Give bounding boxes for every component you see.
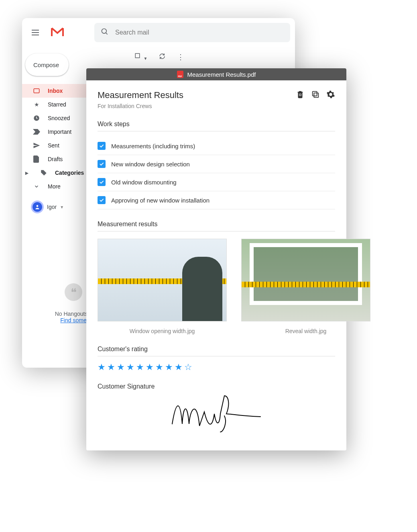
star-filled-icon: ★ [146,362,154,372]
hangouts-icon: ❝ [65,283,82,301]
svg-point-4 [37,205,39,207]
checkbox-checked-icon[interactable] [98,196,106,204]
checkbox-checked-icon[interactable] [98,142,106,150]
star-filled-icon: ★ [155,362,163,372]
result-image[interactable] [241,239,370,321]
result-caption: Reveal width.jpg [241,328,370,334]
hamburger-icon[interactable] [32,28,41,37]
sent-icon [33,141,41,149]
tag-icon [40,169,48,177]
work-steps-heading: Work steps [98,121,335,131]
select-all-checkbox[interactable]: ▼ [134,53,147,61]
pdf-filename: Measurement Results.pdf [187,71,256,78]
svg-rect-2 [34,89,39,93]
sidebar-item-label: Inbox [48,88,63,94]
hangouts-link[interactable]: Find some [60,317,86,323]
star-filled-icon: ★ [117,362,125,372]
gmail-toolbar: ▼ ⋮ [125,47,295,65]
work-step-row: New window design selection [98,155,335,173]
work-step-label: New window design selection [111,161,190,168]
star-filled-icon: ★ [107,362,115,372]
search-icon [101,28,109,37]
rating-stars[interactable]: ★ ★ ★ ★ ★ ★ ★ ★ ★ ☆ [98,362,335,372]
compose-label: Compose [33,61,59,68]
star-filled-icon: ★ [175,362,183,372]
pdf-window: Measurement Results.pdf Measurement Resu… [86,68,346,450]
work-step-row: Approving of new window installation [98,191,335,209]
drafts-icon [33,155,41,163]
gmail-m-icon [51,25,64,40]
sidebar-item-label: Categories [55,170,84,176]
svg-line-1 [106,33,108,35]
caret-right-icon: ▶ [25,171,33,175]
work-step-label: Measurements (including trims) [111,143,195,149]
avatar [31,201,44,213]
star-filled-icon: ★ [136,362,144,372]
important-icon [33,128,41,136]
sidebar-item-label: Drafts [48,156,63,162]
sidebar-item-label: Snoozed [48,115,70,121]
pdf-file-icon [177,71,183,78]
pdf-titlebar: Measurement Results.pdf [86,68,346,80]
star-empty-icon: ☆ [184,362,192,372]
sidebar-item-label: Starred [48,101,66,108]
work-step-label: Approving of new window installation [111,197,210,204]
user-name: Igor [47,204,57,210]
gmail-logo [51,25,64,40]
checkbox-checked-icon[interactable] [98,160,106,168]
delete-icon[interactable] [296,90,305,100]
work-step-label: Old window dismounting [111,179,177,186]
signature-image [98,392,335,436]
work-step-row: Measurements (including trims) [98,137,335,155]
sidebar-item-label: More [48,183,61,190]
sidebar-item-label: Important [48,129,71,135]
search-input[interactable] [115,29,284,36]
search-bar[interactable] [94,23,290,42]
inbox-icon [33,87,41,95]
result-caption: Window opening width.jpg [98,328,227,334]
result-image[interactable] [98,239,227,321]
work-step-row: Old window dismounting [98,173,335,191]
svg-rect-7 [314,93,318,97]
result-image-item: Window opening width.jpg [98,239,227,334]
sidebar-item-label: Sent [48,142,59,149]
compose-button[interactable]: Compose [25,53,69,76]
gmail-header [22,18,295,47]
star-filled-icon: ★ [126,362,134,372]
star-filled-icon: ★ [98,362,106,372]
results-heading: Measurement results [98,221,335,231]
pdf-subtitle: For Installation Crews [98,103,183,109]
more-icon[interactable]: ⋮ [177,53,184,61]
checkbox-checked-icon[interactable] [98,178,106,186]
result-image-item: Reveal width.jpg [241,239,370,334]
pdf-title: Measurement Results [98,90,183,100]
chevron-down-icon [33,182,41,190]
signature-heading: Customer Signature [98,383,335,390]
copy-icon[interactable] [311,90,320,100]
svg-rect-5 [135,53,140,58]
clock-icon [33,114,41,122]
gear-icon[interactable] [326,90,335,100]
svg-rect-8 [313,92,317,96]
rating-heading: Customer's rating [98,346,335,356]
star-icon: ★ [33,100,41,108]
refresh-icon[interactable] [159,53,166,61]
svg-point-0 [102,29,107,34]
star-filled-icon: ★ [165,362,173,372]
caret-down-icon: ▼ [60,205,64,209]
